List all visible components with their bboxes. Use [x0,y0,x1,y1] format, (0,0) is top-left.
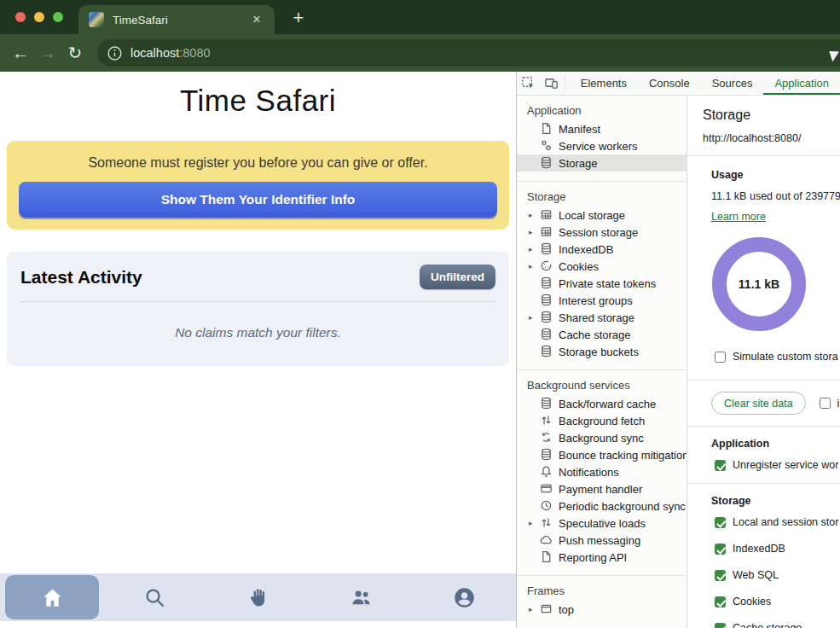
devtools-tab-sources[interactable]: Sources [701,72,764,96]
nav-item-hand[interactable] [206,573,310,621]
sidebar-item-cookies[interactable]: ▸ Cookies [517,258,686,275]
gears-icon [540,139,553,153]
sidebar-item-back-forward-cache[interactable]: ▸ Back/forward cache [517,395,686,412]
sidebar-item-private-state-tokens[interactable]: ▸ Private state tokens [517,275,686,292]
learn-more-link[interactable]: Learn more [711,211,766,223]
activity-divider [20,301,495,302]
sidebar-item-local-storage[interactable]: ▸ Local storage [517,206,686,224]
expand-arrow-icon[interactable]: ▸ [529,262,540,270]
page-title: Time Safari [0,84,516,118]
checkbox[interactable] [715,544,726,555]
sidebar-item-periodic-background-sync[interactable]: ▸ Periodic background sync [517,497,686,515]
expand-arrow-icon[interactable]: ▸ [529,313,540,322]
expand-arrow-icon[interactable]: ▸ [529,519,540,527]
tab-close-icon[interactable]: × [249,12,264,27]
sidebar-item-manifest[interactable]: ▸ Manifest [517,120,686,137]
latest-activity-card: Latest Activity Unfiltered No claims mat… [7,252,509,366]
inspect-element-icon[interactable] [517,72,540,95]
sidebar-item-background-sync[interactable]: ▸ Background sync [517,429,686,446]
devtools-tab-console[interactable]: Console [638,72,701,96]
checkbox[interactable] [715,517,726,528]
sidebar-item-bounce-tracking[interactable]: ▸ Bounce tracking mitigation [517,446,686,463]
expand-arrow-icon[interactable]: ▸ [529,245,540,253]
database-icon [540,448,553,462]
sidebar-item-indexeddb[interactable]: ▸ IndexedDB [517,241,686,258]
database-icon [540,311,553,324]
devtools-tab-elements[interactable]: Elements [570,72,638,96]
storage-detail-panel: Storage http://localhost:8080/ Usage 11.… [687,96,840,628]
simulate-quota-checkbox[interactable] [715,352,726,363]
show-identifier-button[interactable]: Show Them Your Identifier Info [19,182,497,218]
including-label: in [837,398,840,410]
toolbar-separator [565,77,565,90]
checkbox[interactable] [715,596,726,608]
hand-icon [246,586,269,609]
table-icon [540,225,553,239]
new-tab-button[interactable]: + [287,6,310,30]
sidebar-section-storage: Storage ▸ Local storage ▸ Session storag… [517,182,686,370]
sidebar-item-reporting-api[interactable]: ▸ Reporting API [517,549,686,566]
browser-tab[interactable]: TimeSafari × [78,5,275,34]
sidebar-section-title: Application [517,100,686,120]
minimize-window-button[interactable] [34,12,44,22]
expand-arrow-icon[interactable]: ▸ [529,605,540,613]
tab-favicon [89,12,104,27]
nav-item-home[interactable] [5,575,99,619]
nav-item-profile[interactable] [413,573,516,621]
sidebar-item-push-messaging[interactable]: ▸ Push messaging [517,532,686,549]
address-bar[interactable]: localhost:8080 [97,39,840,67]
checkbox[interactable] [715,570,726,581]
checkbox-row: IndexedDB [715,543,840,555]
close-window-button[interactable] [15,12,26,22]
sidebar-item-storage-buckets[interactable]: ▸ Storage buckets [517,343,686,360]
sidebar-item-background-fetch[interactable]: ▸ Background fetch [517,412,686,429]
sidebar-section-application: Application ▸ Manifest ▸ Service workers… [517,96,686,182]
expand-arrow-icon[interactable]: ▸ [529,228,540,236]
sidebar-item-service-workers[interactable]: ▸ Service workers [517,137,686,154]
back-button[interactable]: ← [7,39,34,67]
checkbox-row: Web SQL [715,569,840,581]
sidebar-item-storage[interactable]: ▸ Storage [517,154,686,172]
database-icon [540,397,553,410]
tab-title: TimeSafari [113,14,249,26]
expand-arrow-icon[interactable]: ▸ [529,211,540,219]
sidebar-item-shared-storage[interactable]: ▸ Shared storage [517,309,686,326]
sidebar-item-speculative-loads[interactable]: ▸ Speculative loads [517,515,686,532]
home-icon [41,586,64,609]
sidebar-item-session-storage[interactable]: ▸ Session storage [517,224,686,241]
simulate-quota-label: Simulate custom stora [733,351,838,363]
database-icon [540,345,553,358]
sidebar-item-payment-handler[interactable]: ▸ Payment handler [517,480,686,497]
cookie-icon [540,259,553,273]
bell-icon [540,465,553,479]
reload-button[interactable]: ↻ [61,39,89,67]
site-info-icon[interactable] [107,45,123,61]
alert-message: Someone must register you before you can… [19,155,497,171]
sidebar-item-interest-groups[interactable]: ▸ Interest groups [517,292,686,309]
forward-button[interactable]: → [34,39,61,67]
devtools-tab-application[interactable]: Application [763,72,840,96]
nav-item-people[interactable] [310,573,413,621]
database-icon [540,276,553,290]
sync-icon [540,431,553,445]
sidebar-section-frames: Frames ▸ top [517,576,686,627]
panel-title: Storage [703,108,840,123]
devtools-toolbar: Elements Console Sources Application › [517,72,840,96]
sidebar-item-cache-storage[interactable]: ▸ Cache storage [517,326,686,343]
database-icon [540,242,553,256]
device-toolbar-icon[interactable] [540,72,563,95]
zoom-window-button[interactable] [53,12,63,22]
unfiltered-button[interactable]: Unfiltered [420,265,495,289]
sidebar-item-frame-top[interactable]: ▸ top [517,601,686,618]
clear-site-data-button[interactable]: Clear site data [711,392,806,415]
document-icon [540,550,553,564]
including-checkbox[interactable] [820,398,831,409]
checkbox[interactable] [715,623,726,628]
cloud-icon [540,533,553,547]
sidebar-section-background-services: Background services ▸ Back/forward cache… [517,370,686,576]
page-content: Time Safari Someone must register you be… [0,72,516,628]
sidebar-item-notifications[interactable]: ▸ Notifications [517,463,686,480]
nav-item-search[interactable] [103,573,206,621]
url-host: localhost [130,46,179,60]
checkbox[interactable] [715,460,726,471]
